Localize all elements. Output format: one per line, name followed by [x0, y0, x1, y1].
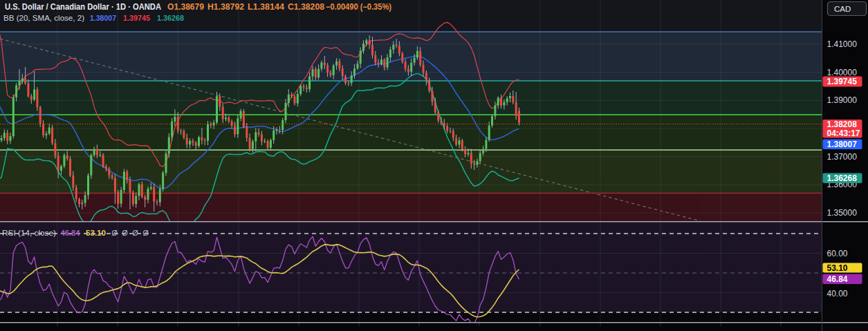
svg-text:40.00: 40.00 — [827, 289, 848, 299]
svg-text:1.41000: 1.41000 — [827, 39, 858, 49]
svg-text:1.39745: 1.39745 — [827, 77, 858, 86]
svg-text:1.36268: 1.36268 — [827, 173, 858, 183]
svg-text:1.39745: 1.39745 — [123, 14, 150, 22]
svg-text:O1.38679: O1.38679 — [167, 2, 204, 12]
svg-text:1.36268: 1.36268 — [157, 14, 184, 22]
svg-text:53.10: 53.10 — [86, 229, 106, 237]
svg-text:1.38208: 1.38208 — [827, 120, 858, 129]
svg-text:60.00: 60.00 — [827, 249, 848, 258]
svg-text:H1.38792: H1.38792 — [207, 2, 244, 12]
svg-text:1.37000: 1.37000 — [827, 152, 858, 162]
svg-text:46.84: 46.84 — [61, 229, 81, 237]
svg-text:46.84: 46.84 — [827, 274, 848, 284]
svg-text:Ø: Ø — [143, 229, 149, 237]
svg-text:BB (20, SMA, close, 2): BB (20, SMA, close, 2) — [3, 14, 84, 22]
svg-text:04:43:17: 04:43:17 — [827, 129, 860, 138]
svg-text:1.40000: 1.40000 — [827, 68, 858, 77]
svg-text:1.39000: 1.39000 — [827, 95, 858, 105]
svg-text:53.10: 53.10 — [827, 263, 848, 273]
svg-text:1.38007: 1.38007 — [827, 140, 858, 149]
svg-text:RSI (14, close): RSI (14, close) — [2, 229, 56, 237]
svg-text:L1.38144: L1.38144 — [248, 2, 284, 12]
svg-text:1.38007: 1.38007 — [90, 14, 116, 22]
svg-text:Ø: Ø — [112, 229, 118, 237]
svg-text:Ø: Ø — [122, 229, 128, 237]
svg-text:U.S. Dollar / Canadian Dollar: U.S. Dollar / Canadian Dollar · 1D · OAN… — [5, 2, 161, 12]
svg-text:1.35000: 1.35000 — [827, 208, 858, 218]
svg-text:CAD: CAD — [834, 5, 851, 13]
svg-text:C1.38208: C1.38208 — [288, 2, 324, 12]
svg-text:−0.00490 (−0.35%): −0.00490 (−0.35%) — [326, 2, 391, 12]
svg-text:Ø: Ø — [133, 229, 138, 237]
